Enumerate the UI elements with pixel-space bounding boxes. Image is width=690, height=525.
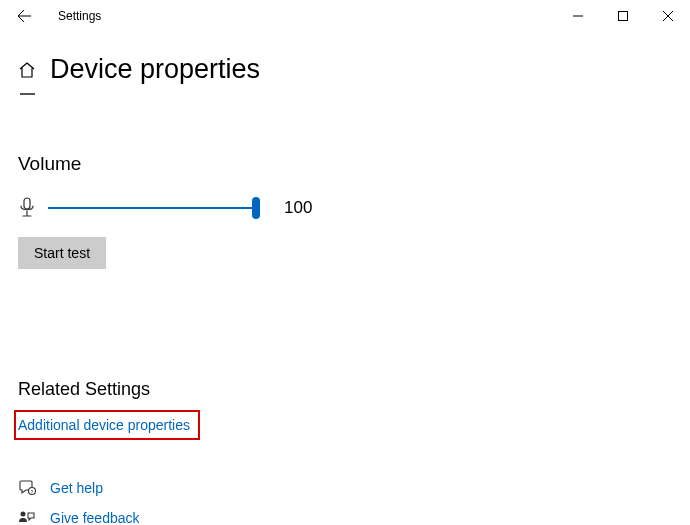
get-help-link[interactable]: ? Get help xyxy=(18,480,672,496)
close-icon xyxy=(663,11,673,21)
content-area: Device properties Volume 100 Start test … xyxy=(0,54,690,525)
related-settings-heading: Related Settings xyxy=(18,379,672,400)
maximize-icon xyxy=(618,11,628,21)
maximize-button[interactable] xyxy=(600,0,645,32)
volume-label: Volume xyxy=(18,153,672,175)
svg-text:?: ? xyxy=(31,488,34,494)
home-icon[interactable] xyxy=(18,61,36,79)
minimize-icon xyxy=(573,11,583,21)
slider-track xyxy=(48,207,258,209)
window-title: Settings xyxy=(58,9,101,23)
title-bar: Settings xyxy=(0,0,690,32)
minimize-button[interactable] xyxy=(555,0,600,32)
page-header: Device properties xyxy=(18,54,672,85)
header-underline xyxy=(20,93,35,95)
volume-value: 100 xyxy=(284,198,312,218)
give-feedback-label: Give feedback xyxy=(50,510,140,526)
related-settings-section: Related Settings Additional device prope… xyxy=(18,379,672,440)
volume-row: 100 xyxy=(18,197,672,219)
microphone-icon xyxy=(18,197,36,219)
footer-links: ? Get help Give feedback xyxy=(18,480,672,526)
highlighted-link-box: Additional device properties xyxy=(14,410,200,440)
feedback-icon xyxy=(18,510,36,526)
back-arrow-icon xyxy=(16,8,32,24)
slider-thumb[interactable] xyxy=(252,197,260,219)
svg-rect-0 xyxy=(618,12,627,21)
give-feedback-link[interactable]: Give feedback xyxy=(18,510,672,526)
svg-point-4 xyxy=(21,511,26,516)
additional-device-properties-link[interactable]: Additional device properties xyxy=(18,417,190,433)
window-controls xyxy=(555,0,690,32)
close-button[interactable] xyxy=(645,0,690,32)
back-button[interactable] xyxy=(8,0,40,32)
volume-slider[interactable] xyxy=(48,198,258,218)
page-title: Device properties xyxy=(50,54,260,85)
help-icon: ? xyxy=(18,480,36,496)
start-test-button[interactable]: Start test xyxy=(18,237,106,269)
volume-section: Volume 100 Start test xyxy=(18,153,672,269)
svg-rect-1 xyxy=(24,198,30,209)
get-help-label: Get help xyxy=(50,480,103,496)
